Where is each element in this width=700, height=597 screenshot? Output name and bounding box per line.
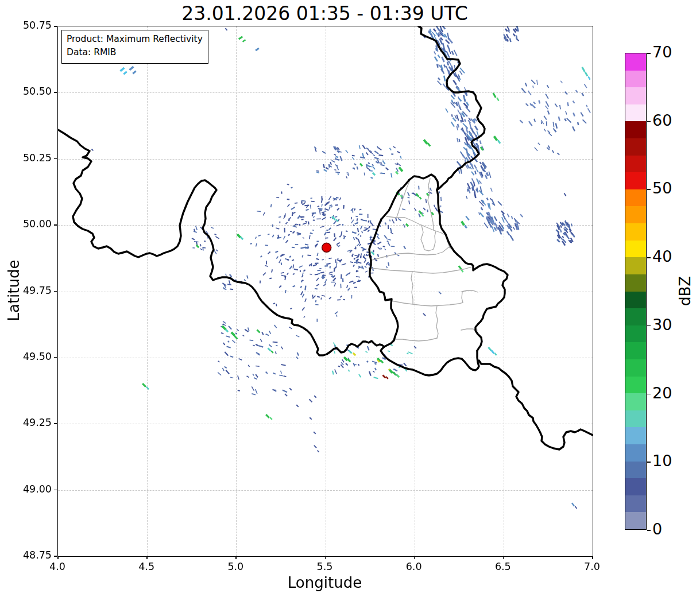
colorbar-segment (625, 104, 646, 122)
x-tick (325, 556, 326, 559)
colorbar-segment (625, 342, 646, 359)
country-border (58, 130, 384, 355)
x-tick (57, 556, 59, 559)
colorbar-label: dBZ (676, 276, 694, 306)
y-tick-label: 50.50 (10, 86, 52, 97)
colorbar-tick (647, 257, 651, 258)
canton-border (372, 247, 453, 260)
border-layer (58, 26, 593, 556)
x-tick (592, 556, 593, 559)
x-tick (235, 556, 237, 559)
y-tick-label: 50.75 (10, 20, 52, 31)
colorbar-segment (625, 478, 646, 495)
canton-border (462, 292, 463, 303)
country-border (381, 347, 479, 375)
colorbar-tick (647, 325, 651, 327)
colorbar (625, 53, 647, 530)
colorbar-tick-label: 30 (652, 316, 672, 334)
colorbar-segment (625, 189, 646, 207)
colorbar-tick-label: 40 (652, 247, 672, 265)
x-tick-label: 7.0 (569, 561, 615, 572)
info-box-source: Data: RMIB (67, 46, 203, 59)
colorbar-segment (625, 206, 646, 223)
x-tick (414, 556, 415, 559)
colorbar-segment (625, 325, 646, 343)
colorbar-tick-label: 70 (652, 43, 672, 61)
colorbar-segment (625, 223, 646, 241)
info-box: Product: Maximum Reflectivity Data: RMIB (61, 30, 208, 64)
y-tick-label: 48.75 (10, 549, 52, 561)
colorbar-tick (647, 530, 651, 531)
colorbar-tick (647, 121, 651, 122)
canton-border (395, 338, 437, 341)
y-tick (54, 92, 57, 93)
colorbar-segment (625, 138, 646, 156)
colorbar-segment (625, 495, 646, 513)
x-tick (503, 556, 504, 559)
canton-border (462, 290, 478, 292)
colorbar-tick (647, 189, 651, 190)
colorbar-segment (625, 156, 646, 173)
colorbar-segment (625, 427, 646, 444)
y-tick-label: 50.00 (10, 218, 52, 230)
colorbar-tick-label: 10 (652, 452, 672, 470)
country-border (409, 175, 508, 351)
y-tick (54, 423, 57, 424)
canton-border (411, 272, 413, 304)
colorbar-segment (625, 292, 646, 309)
colorbar-segment (625, 71, 646, 88)
canton-border (386, 216, 445, 235)
y-tick (54, 556, 57, 557)
colorbar-segment (625, 121, 646, 138)
colorbar-tick-label: 60 (652, 111, 672, 129)
map-plot-area: Product: Maximum Reflectivity Data: RMIB (57, 26, 593, 557)
colorbar-segment (625, 308, 646, 325)
colorbar-segment (625, 53, 646, 71)
radar-site-marker (322, 243, 331, 252)
y-tick (54, 224, 57, 226)
radar-figure: 23.01.2026 01:35 - 01:39 UTC Product: Ma… (0, 0, 700, 597)
x-tick-label: 4.0 (34, 561, 80, 572)
colorbar-segment (625, 257, 646, 274)
country-border (419, 26, 485, 190)
colorbar-segment (625, 462, 646, 479)
x-tick-label: 6.5 (480, 561, 526, 572)
country-border (369, 180, 409, 347)
colorbar-tick (647, 53, 651, 54)
x-axis-label: Longitude (57, 574, 592, 591)
canton-border (385, 300, 463, 306)
colorbar-segment (625, 241, 646, 258)
x-tick-label: 5.5 (302, 561, 348, 572)
colorbar-tick (647, 462, 651, 463)
y-tick-label: 50.25 (10, 152, 52, 164)
canton-border (428, 179, 434, 230)
y-tick-label: 49.00 (10, 483, 52, 495)
y-axis-label: Latitude (5, 259, 22, 321)
y-tick (54, 357, 57, 358)
country-border (479, 360, 593, 449)
colorbar-tick (647, 394, 651, 395)
colorbar-segment (625, 377, 646, 394)
colorbar-tick-label: 50 (652, 180, 672, 197)
colorbar-segment (625, 512, 646, 529)
y-tick-label: 49.25 (10, 417, 52, 428)
y-tick (54, 490, 57, 491)
page-title: 23.01.2026 01:35 - 01:39 UTC (57, 2, 592, 25)
x-tick (146, 556, 148, 559)
colorbar-segment (625, 87, 646, 104)
canton-border (371, 267, 471, 273)
colorbar-segment (625, 410, 646, 428)
x-tick-label: 5.0 (212, 561, 258, 572)
canton-border (436, 306, 438, 338)
colorbar-segment (625, 274, 646, 292)
colorbar-segment (625, 444, 646, 462)
y-tick (54, 26, 57, 27)
colorbar-segment (625, 172, 646, 189)
x-tick-label: 6.0 (391, 561, 437, 572)
y-tick (54, 158, 57, 160)
colorbar-segment (625, 393, 646, 410)
colorbar-tick-label: 20 (652, 384, 672, 402)
colorbar-segment (625, 359, 646, 377)
y-tick (54, 291, 57, 292)
colorbar-tick-label: 0 (652, 520, 662, 538)
